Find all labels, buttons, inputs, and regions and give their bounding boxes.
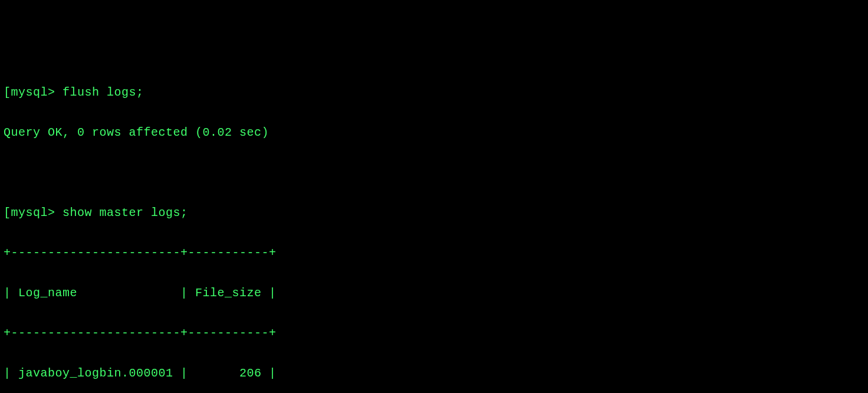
command-input-1: flush logs; bbox=[63, 86, 144, 99]
prompt-bracket-open: [ bbox=[4, 206, 11, 220]
table-separator: +-----------------------+-----------+ bbox=[4, 243, 864, 263]
prompt-close: > bbox=[48, 206, 63, 220]
blank-line bbox=[4, 163, 864, 183]
command-line-2[interactable]: [mysql> show master logs; bbox=[4, 203, 864, 223]
table-row: | javaboy_logbin.000001 | 206 | bbox=[4, 363, 864, 384]
prompt-label: mysql bbox=[11, 86, 48, 99]
table-header: | Log_name | File_size | bbox=[4, 283, 864, 303]
query-result-1: Query OK, 0 rows affected (0.02 sec) bbox=[4, 123, 864, 143]
prompt-close: > bbox=[48, 86, 63, 99]
prompt-label: mysql bbox=[11, 206, 48, 220]
table-separator: +-----------------------+-----------+ bbox=[4, 323, 864, 343]
command-input-2: show master logs; bbox=[63, 206, 188, 220]
command-line-1[interactable]: [mysql> flush logs; bbox=[4, 83, 864, 103]
prompt-bracket-open: [ bbox=[4, 86, 11, 99]
